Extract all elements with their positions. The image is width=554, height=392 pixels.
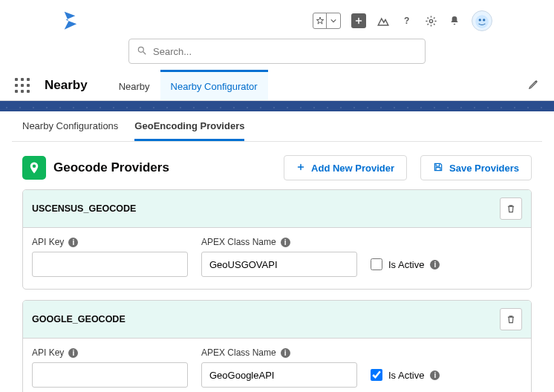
is-active-label: Is Active <box>388 370 424 381</box>
user-avatar[interactable] <box>472 10 492 31</box>
save-providers-button[interactable]: Save Providers <box>420 155 532 180</box>
svg-point-2 <box>475 15 489 28</box>
location-pin-icon <box>22 156 46 180</box>
api-key-label: API Keyi <box>32 347 188 358</box>
nav-tab-configurator[interactable]: Nearby Configurator <box>160 70 268 100</box>
add-icon[interactable] <box>351 13 366 28</box>
info-icon[interactable]: i <box>68 238 78 247</box>
app-logo-icon <box>62 10 78 31</box>
apex-class-input[interactable] <box>201 252 357 277</box>
save-icon <box>433 162 443 174</box>
trailhead-icon[interactable] <box>377 14 390 27</box>
gear-icon[interactable] <box>424 14 437 27</box>
save-providers-label: Save Providers <box>449 163 519 174</box>
delete-provider-button[interactable] <box>500 197 522 220</box>
decorative-stripe <box>0 101 554 111</box>
field-is-active: Is Active i <box>371 252 440 277</box>
search-input[interactable] <box>153 46 417 57</box>
sub-tab-configurations[interactable]: Nearby Configurations <box>22 120 118 141</box>
is-active-checkbox[interactable] <box>371 369 382 381</box>
header-utilities: ? <box>313 10 492 31</box>
api-key-label: API Keyi <box>32 237 188 247</box>
provider-name: GOOGLE_GEOCODE <box>32 314 500 324</box>
info-icon[interactable]: i <box>281 238 290 247</box>
apex-class-label: APEX Class Namei <box>201 347 357 358</box>
app-name: Nearby <box>45 78 88 93</box>
svg-line-6 <box>143 51 146 54</box>
chevron-down-icon[interactable] <box>327 13 340 28</box>
field-is-active: Is Active i <box>371 362 440 388</box>
svg-point-4 <box>483 19 485 21</box>
field-api-key: API Keyi <box>32 237 188 277</box>
provider-body: API Keyi APEX Class Namei Is Active i <box>23 228 531 289</box>
edit-pencil-icon[interactable] <box>528 79 539 92</box>
info-icon[interactable]: i <box>68 348 78 358</box>
sub-tabs: Nearby Configurations GeoEncoding Provid… <box>12 111 542 142</box>
main-panel: Nearby Configurations GeoEncoding Provid… <box>12 111 542 392</box>
favorites-combo[interactable] <box>313 13 341 29</box>
info-icon[interactable]: i <box>281 348 290 358</box>
provider-name: USCENSUS_GEOCODE <box>32 203 500 214</box>
provider-body: API Keyi APEX Class Namei Is Active i <box>23 339 531 392</box>
field-api-key: API Keyi <box>32 347 188 388</box>
global-search[interactable] <box>128 39 426 64</box>
section-title: Geocode Providers <box>53 160 276 175</box>
provider-card: USCENSUS_GEOCODE API Keyi APEX Class Nam… <box>22 189 532 290</box>
sub-tab-providers[interactable]: GeoEncoding Providers <box>134 120 244 141</box>
star-icon[interactable] <box>313 13 327 28</box>
provider-card: GOOGLE_GEOCODE API Keyi APEX Class Namei… <box>22 300 532 392</box>
trash-icon <box>506 314 516 324</box>
svg-point-3 <box>479 19 481 21</box>
global-header: ? <box>0 0 554 64</box>
header-row: ? <box>62 10 492 31</box>
field-apex-class: APEX Class Namei <box>201 237 357 277</box>
add-provider-label: Add New Provider <box>311 163 394 174</box>
nav-tabs: Nearby Nearby Configurator <box>108 70 268 100</box>
is-active-label: Is Active <box>388 259 424 270</box>
section-header: Geocode Providers Add New Provider Save … <box>12 142 542 189</box>
nav-tab-nearby[interactable]: Nearby <box>108 70 160 100</box>
svg-point-1 <box>429 19 432 22</box>
field-apex-class: APEX Class Namei <box>201 347 357 388</box>
info-icon[interactable]: i <box>430 260 440 270</box>
svg-point-5 <box>138 47 143 52</box>
svg-point-7 <box>33 165 36 169</box>
help-icon[interactable]: ? <box>400 14 414 27</box>
apex-class-input[interactable] <box>201 362 357 388</box>
add-provider-button[interactable]: Add New Provider <box>284 155 407 180</box>
svg-text:?: ? <box>404 16 409 26</box>
is-active-checkbox[interactable] <box>371 258 382 270</box>
apex-class-label: APEX Class Namei <box>201 237 357 247</box>
plus-icon <box>296 163 305 174</box>
api-key-input[interactable] <box>32 362 188 388</box>
notification-bell-icon[interactable] <box>448 14 461 27</box>
trash-icon <box>506 203 516 214</box>
api-key-input[interactable] <box>32 252 188 277</box>
search-icon <box>137 45 147 58</box>
info-icon[interactable]: i <box>430 370 440 380</box>
provider-header: GOOGLE_GEOCODE <box>23 301 531 339</box>
delete-provider-button[interactable] <box>500 308 522 330</box>
app-launcher-icon[interactable] <box>15 78 30 93</box>
app-nav: Nearby Nearby Nearby Configurator <box>0 70 554 101</box>
provider-header: USCENSUS_GEOCODE <box>23 190 531 228</box>
